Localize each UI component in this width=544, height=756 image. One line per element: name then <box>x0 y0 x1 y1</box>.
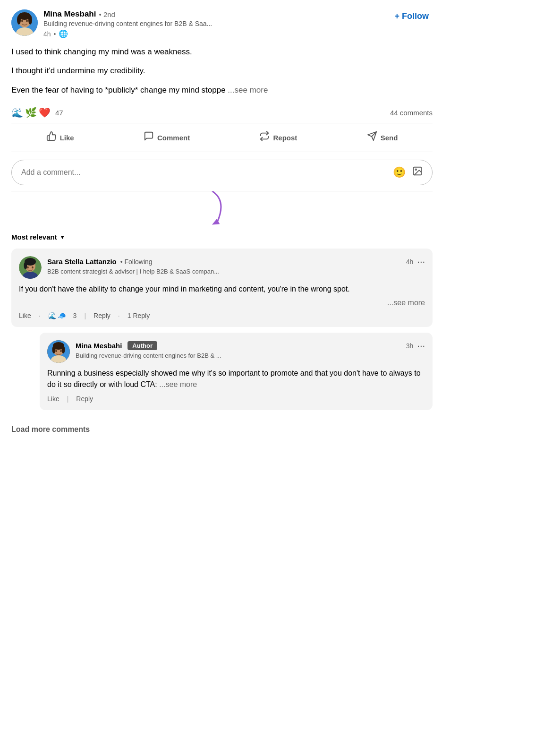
comment-1-reply-count[interactable]: 1 Reply <box>128 312 150 319</box>
svg-point-23 <box>52 346 56 353</box>
svg-point-27 <box>60 350 62 352</box>
svg-point-3 <box>17 15 21 25</box>
author-name[interactable]: Mina Mesbahi <box>43 9 96 19</box>
author-info: Mina Mesbahi • 2nd Building revenue-driv… <box>43 9 212 38</box>
comment-1-reaction-count: 3 <box>73 312 77 319</box>
repost-icon <box>259 131 270 144</box>
comment-1-options[interactable]: ··· <box>417 256 425 267</box>
wave-emoji: 🌊 <box>11 107 23 118</box>
like-button[interactable]: Like <box>39 125 82 150</box>
comment-icon <box>144 131 154 144</box>
svg-point-7 <box>26 20 28 22</box>
reaction-count: 47 <box>55 109 63 117</box>
comment-2-wrapper: Mina Mesbahi Author 3h ··· Building reve… <box>11 333 433 410</box>
send-button[interactable]: Send <box>359 125 406 150</box>
send-icon <box>367 131 377 144</box>
repost-label: Repost <box>273 134 297 142</box>
author-subtitle: Building revenue-driving content engines… <box>43 20 212 27</box>
svg-marker-12 <box>212 218 221 226</box>
comment-2-header: Mina Mesbahi Author 3h ··· Building reve… <box>47 340 425 363</box>
svg-point-6 <box>21 20 23 22</box>
sort-label: Most relevant <box>11 233 57 241</box>
like-label: Like <box>60 134 74 142</box>
commenter-1-avatar[interactable] <box>19 256 42 279</box>
comment-2-text: Running a business especially showed me … <box>47 368 425 390</box>
heart-emoji: ❤️ <box>39 107 51 118</box>
svg-point-24 <box>62 346 65 353</box>
follow-button[interactable]: + Follow <box>391 9 433 23</box>
comment-2-time: 3h <box>406 342 414 350</box>
author-avatar[interactable] <box>11 9 38 36</box>
send-label: Send <box>381 134 398 142</box>
following-badge: • Following <box>120 258 153 266</box>
comment-input-area: 🙂 <box>11 152 433 191</box>
image-icon[interactable] <box>412 166 423 179</box>
comment-2-like[interactable]: Like <box>47 395 60 403</box>
comment-2-reply[interactable]: Reply <box>76 395 93 403</box>
commenter-2-subtitle: Building revenue-driving content engines… <box>76 352 425 359</box>
comment-1-see-more[interactable]: ...see more <box>387 299 425 307</box>
reactions-row: 🌊 🌿 ❤️ 47 44 comments <box>11 102 433 123</box>
comment-2-options[interactable]: ··· <box>417 340 425 351</box>
comment-1-meta: Sara Stella Lattanzio • Following 4h ···… <box>47 256 425 275</box>
like-icon <box>46 131 57 144</box>
comment-1-reply[interactable]: Reply <box>94 312 110 319</box>
comment-1-text: If you don't have the ability to change … <box>19 284 425 295</box>
sort-row[interactable]: Most relevant ▼ <box>11 229 433 249</box>
comment-2-actions: Like | Reply <box>47 395 425 403</box>
svg-point-18 <box>27 266 29 268</box>
author-badge: Author <box>128 341 157 350</box>
comment-1-header: Sara Stella Lattanzio • Following 4h ···… <box>19 256 425 279</box>
comment-2-meta: Mina Mesbahi Author 3h ··· Building reve… <box>76 340 425 359</box>
svg-point-4 <box>28 15 32 25</box>
comment-label: Comment <box>157 134 190 142</box>
load-more-comments[interactable]: Load more comments <box>0 416 444 443</box>
action-bar: Like Comment Repost <box>11 123 433 152</box>
comment-button[interactable]: Comment <box>136 125 197 150</box>
commenter-1-name[interactable]: Sara Stella Lattanzio <box>47 258 117 266</box>
comment-1-time: 4h <box>406 258 414 266</box>
commenter-1-subtitle: B2B content strategist & advisor | I hel… <box>47 268 425 275</box>
svg-point-19 <box>32 266 34 268</box>
leaf-emoji: 🌿 <box>25 107 37 118</box>
comment-1-actions: Like · 🌊 🧢 3 | Reply · 1 Reply <box>19 312 425 319</box>
reaction-emojis: 🌊 🌿 ❤️ 47 <box>11 107 63 118</box>
post-content: I used to think changing my mind was a w… <box>11 46 433 96</box>
comment-card-2: Mina Mesbahi Author 3h ··· Building reve… <box>40 333 433 410</box>
see-more-link[interactable]: ...see more <box>228 86 268 94</box>
comment-2-see-more[interactable]: ...see more <box>159 380 197 388</box>
comment-input[interactable] <box>21 168 387 177</box>
arrow-decoration <box>11 191 433 229</box>
post-header: Mina Mesbahi • 2nd Building revenue-driv… <box>11 9 433 38</box>
comments-count[interactable]: 44 comments <box>390 109 433 117</box>
sort-arrow: ▼ <box>60 234 65 240</box>
comment-card-1: Sara Stella Lattanzio • Following 4h ···… <box>11 249 433 327</box>
repost-button[interactable]: Repost <box>252 125 305 150</box>
comment-1-reactions: 🌊 🧢 <box>48 312 66 319</box>
svg-point-11 <box>415 169 416 170</box>
globe-icon: 🌐 <box>59 29 68 38</box>
emoji-icon[interactable]: 🙂 <box>393 166 406 179</box>
svg-point-26 <box>55 350 57 352</box>
degree-badge: • 2nd <box>99 10 115 18</box>
comments-section: Sara Stella Lattanzio • Following 4h ···… <box>11 249 433 410</box>
post-meta: 4h • 🌐 <box>43 29 212 38</box>
comment-input-box: 🙂 <box>11 160 433 185</box>
input-icons: 🙂 <box>393 166 423 179</box>
commenter-2-name[interactable]: Mina Mesbahi <box>76 342 122 350</box>
comment-1-like[interactable]: Like <box>19 312 31 319</box>
svg-point-16 <box>24 262 27 269</box>
commenter-2-avatar[interactable] <box>47 340 70 363</box>
